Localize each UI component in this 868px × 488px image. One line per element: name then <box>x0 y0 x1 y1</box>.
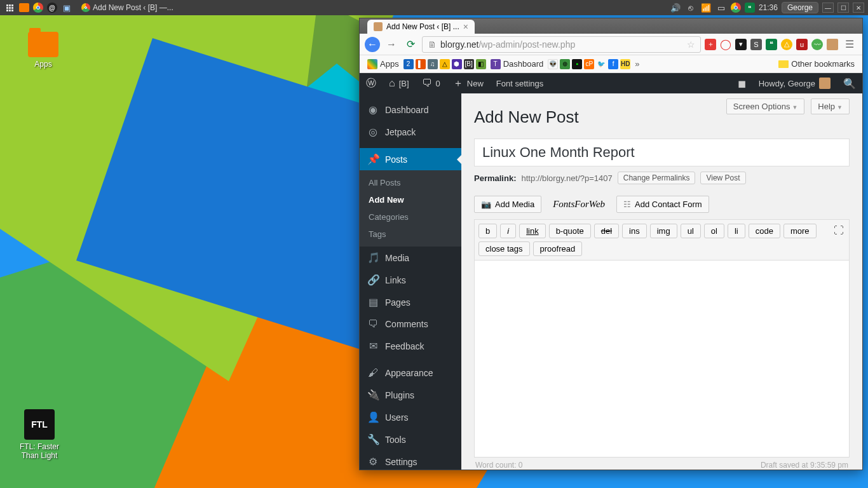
indicator-icon[interactable]: ⎋ <box>685 2 696 13</box>
maximize-button[interactable]: ☐ <box>837 3 849 13</box>
add-media-button[interactable]: 📷Add Media <box>474 196 541 213</box>
wp-logo[interactable]: ⓦ <box>360 73 383 93</box>
fonts-for-web-button[interactable]: FontsForWeb <box>546 196 611 213</box>
ext-plus-icon[interactable]: ＋ <box>705 39 716 50</box>
fullscreen-icon[interactable]: ⛶ <box>834 225 844 236</box>
ftl-shortcut[interactable]: FTL FTL: Faster Than Light <box>14 409 65 460</box>
help-button[interactable]: Help▼ <box>811 98 850 114</box>
font-settings-link[interactable]: Font settings <box>490 73 550 93</box>
editor-btn-ins[interactable]: ins <box>622 224 647 238</box>
bm-twitter-icon[interactable]: 🐦 <box>596 59 606 69</box>
editor-btn-more[interactable]: more <box>783 224 817 238</box>
editor-btn-closetags[interactable]: close tags <box>478 241 530 256</box>
sidebar-item-tools[interactable]: 🔧Tools <box>360 428 461 451</box>
ext-hangouts-icon[interactable]: ❝ <box>766 39 777 50</box>
browser-titlebar[interactable]: Add New Post ‹ [B] ... × <box>360 18 862 34</box>
other-bookmarks[interactable]: Other bookmarks <box>776 58 857 70</box>
sidebar-item-jetpack[interactable]: ◎Jetpack <box>360 121 461 143</box>
sidebar-item-plugins[interactable]: 🔌Plugins <box>360 384 461 406</box>
reload-button[interactable]: ⟳ <box>403 37 418 52</box>
ext-icon-4[interactable]: S <box>750 39 762 50</box>
bm-b-icon[interactable]: [B] <box>464 59 474 69</box>
sidebar-item-posts[interactable]: 📌Posts <box>360 148 461 170</box>
file-manager-icon[interactable] <box>19 3 29 12</box>
ext-ublock-icon[interactable]: u <box>796 39 808 50</box>
editor-btn-i[interactable]: i <box>500 224 516 238</box>
bm-music-icon[interactable]: ♫ <box>428 59 438 69</box>
sidebar-item-settings[interactable]: ⚙Settings <box>360 451 461 470</box>
browser-tab[interactable]: Add New Post ‹ [B] ... × <box>367 20 475 34</box>
view-post-button[interactable]: View Post <box>700 172 745 184</box>
bm-reddit-icon[interactable]: 👽 <box>548 59 558 69</box>
display-icon[interactable]: ▭ <box>715 2 727 13</box>
editor-btn-bquote[interactable]: b-quote <box>549 224 591 238</box>
bm-icon-5[interactable]: ⬢ <box>452 59 462 69</box>
editor-textarea[interactable] <box>474 261 850 458</box>
sidebar-item-pages[interactable]: ▤Pages <box>360 291 461 313</box>
minimize-button[interactable]: ― <box>822 3 834 13</box>
site-link[interactable]: ⌂[B] <box>383 73 416 93</box>
bm-icon-7[interactable]: ◧ <box>476 59 486 69</box>
bm-icon-2[interactable]: ▌ <box>416 59 426 69</box>
volume-icon[interactable]: 🔊 <box>670 2 681 13</box>
sidebar-item-users[interactable]: 👤Users <box>360 406 461 428</box>
comments-link[interactable]: 🗨0 <box>416 73 447 93</box>
tab-close-icon[interactable]: × <box>463 22 468 32</box>
sidebar-item-links[interactable]: 🔗Links <box>360 269 461 291</box>
menu-icon[interactable]: ☰ <box>842 37 857 52</box>
bm-hd-icon[interactable]: HD <box>620 59 630 69</box>
sidebar-item-appearance[interactable]: 🖌Appearance <box>360 362 461 384</box>
search-icon[interactable]: 🔍 <box>837 78 862 90</box>
apps-folder[interactable]: Apps <box>18 32 69 69</box>
chrome-tray-icon[interactable] <box>731 3 741 13</box>
sidebar-item-add-new[interactable]: Add New <box>360 191 461 208</box>
howdy-link[interactable]: Howdy, George <box>752 78 837 89</box>
bm-cp-icon[interactable]: cP <box>584 59 594 69</box>
user-menu[interactable]: George <box>782 2 818 13</box>
ext-icon-8[interactable]: 〰 <box>811 39 823 50</box>
sidebar-item-all-posts[interactable]: All Posts <box>360 174 461 191</box>
app-a-icon[interactable]: @ <box>47 3 57 13</box>
bm-icon-9[interactable]: ⊕ <box>560 59 570 69</box>
ext-drive-icon[interactable]: △ <box>781 39 792 50</box>
address-bar[interactable]: 🗎 blorgy.net/wp-admin/post-new.php ☆ <box>422 36 701 53</box>
sidebar-item-categories[interactable]: Categories <box>360 208 461 226</box>
editor-btn-li[interactable]: li <box>728 224 745 238</box>
hangouts-icon[interactable]: ❝ <box>745 3 755 13</box>
apps-bookmark[interactable]: Apps <box>365 58 402 71</box>
bm-drive-icon[interactable]: △ <box>440 59 450 69</box>
sidebar-item-dashboard[interactable]: ◉Dashboard <box>360 98 461 121</box>
ext-avatar-icon[interactable] <box>827 39 838 50</box>
sidebar-item-comments[interactable]: 🗨Comments <box>360 313 461 335</box>
bm-fb-icon[interactable]: f <box>608 59 618 69</box>
ext-pocket-icon[interactable]: ▾ <box>735 39 747 50</box>
sidebar-item-media[interactable]: 🎵Media <box>360 247 461 269</box>
bm-icon-10[interactable]: ▪ <box>572 59 582 69</box>
bm-icon-1[interactable]: 2 <box>403 59 414 69</box>
sidebar-item-tags[interactable]: Tags <box>360 226 461 243</box>
clock[interactable]: 21:36 <box>759 3 778 12</box>
editor-btn-code[interactable]: code <box>749 224 780 238</box>
new-link[interactable]: ＋New <box>447 73 490 93</box>
wifi-icon[interactable]: 📶 <box>700 2 712 13</box>
change-permalinks-button[interactable]: Change Permalinks <box>618 172 696 184</box>
editor-btn-proofread[interactable]: proofread <box>533 241 583 256</box>
windows-icon[interactable]: ▣ <box>61 2 72 13</box>
editor-btn-del[interactable]: del <box>594 224 619 238</box>
sidebar-item-feedback[interactable]: ✉Feedback <box>360 335 461 357</box>
chrome-icon[interactable] <box>33 3 43 13</box>
close-button[interactable]: ✕ <box>853 3 864 13</box>
editor-btn-img[interactable]: img <box>650 224 677 238</box>
star-icon[interactable]: ☆ <box>687 39 695 50</box>
forward-button[interactable]: → <box>384 37 399 52</box>
add-contact-form-button[interactable]: ☷Add Contact Form <box>616 196 709 213</box>
ext-abp-icon[interactable]: ◯ <box>720 39 731 50</box>
editor-btn-b[interactable]: b <box>478 224 497 238</box>
back-button[interactable]: ← <box>365 37 380 52</box>
post-title-input[interactable] <box>474 139 850 166</box>
bm-more-icon[interactable]: » <box>632 59 642 69</box>
editor-btn-link[interactable]: link <box>519 224 546 238</box>
active-window-title[interactable]: Add New Post ‹ [B] —... <box>76 3 179 12</box>
twitch-bookmark[interactable]: TDashboard <box>488 58 546 71</box>
app-launcher-icon[interactable] <box>4 2 15 13</box>
